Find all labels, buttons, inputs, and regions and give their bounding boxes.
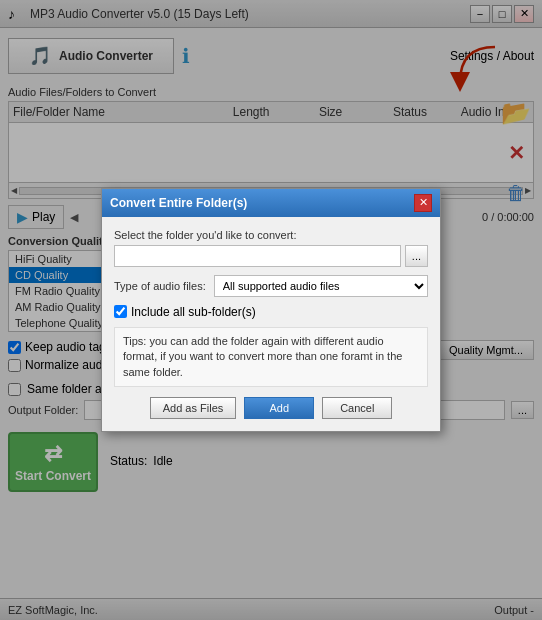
folder-field-label: Select the folder you'd like to convert:: [114, 229, 428, 241]
modal-browse-button[interactable]: ...: [405, 245, 428, 267]
file-type-select[interactable]: All supported audio files MP3 WAV FLAC O…: [214, 275, 428, 297]
modal-title-bar: Convert Entire Folder(s) ✕: [102, 189, 440, 217]
include-subfolders-label: Include all sub-folder(s): [131, 305, 256, 319]
modal-close-button[interactable]: ✕: [414, 194, 432, 212]
tips-text: Tips: you can add the folder again with …: [114, 327, 428, 387]
modal-title: Convert Entire Folder(s): [110, 196, 247, 210]
file-type-row: Type of audio files: All supported audio…: [114, 275, 428, 297]
modal-overlay: Convert Entire Folder(s) ✕ Select the fo…: [0, 0, 542, 620]
modal-buttons: Add as Files Add Cancel: [114, 397, 428, 419]
add-button[interactable]: Add: [244, 397, 314, 419]
add-as-files-button[interactable]: Add as Files: [150, 397, 237, 419]
include-subfolders-row: Include all sub-folder(s): [114, 305, 428, 319]
modal-dialog: Convert Entire Folder(s) ✕ Select the fo…: [101, 188, 441, 432]
folder-input-row: ...: [114, 245, 428, 267]
include-subfolders-checkbox[interactable]: [114, 305, 127, 318]
modal-body: Select the folder you'd like to convert:…: [102, 217, 440, 431]
type-label: Type of audio files:: [114, 280, 206, 292]
cancel-button[interactable]: Cancel: [322, 397, 392, 419]
folder-input[interactable]: [114, 245, 401, 267]
